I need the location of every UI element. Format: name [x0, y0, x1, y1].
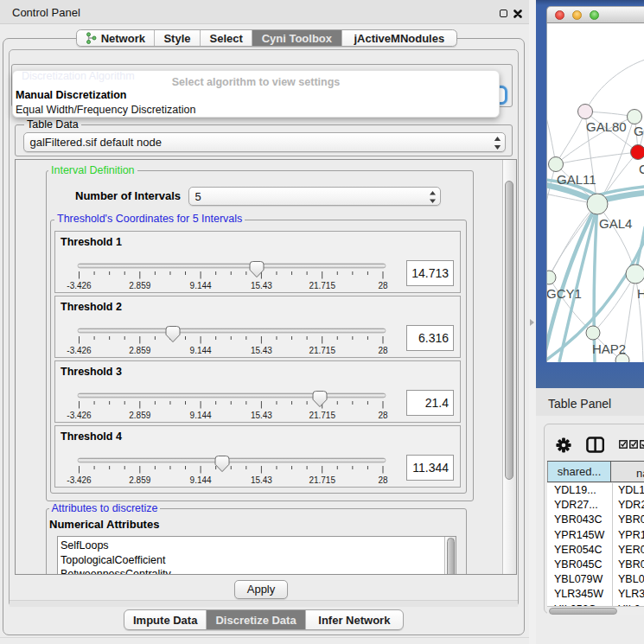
svg-text:C: C	[639, 162, 644, 176]
svg-text:G.: G.	[634, 124, 644, 138]
svg-text:GAL80: GAL80	[586, 119, 627, 134]
svg-text:HAP2: HAP2	[592, 341, 626, 356]
svg-text:H: H	[637, 286, 644, 301]
svg-text:GAL4: GAL4	[599, 216, 632, 231]
svg-text:GAL11: GAL11	[557, 172, 596, 187]
svg-text:GCY1: GCY1	[547, 286, 582, 301]
